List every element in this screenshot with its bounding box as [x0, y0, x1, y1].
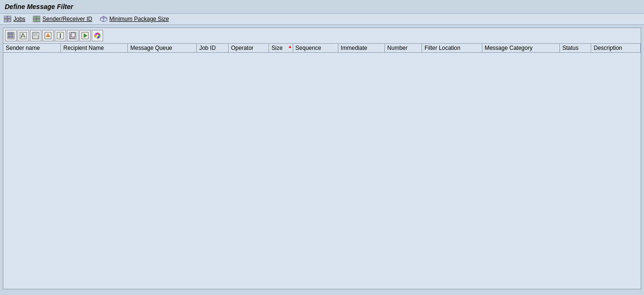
save-button[interactable] [30, 30, 41, 41]
col-message-category[interactable]: Message Category [482, 44, 559, 53]
color-button[interactable] [92, 30, 103, 41]
svg-rect-5 [8, 16, 10, 18]
toolbar [3, 28, 641, 44]
col-message-queue[interactable]: Message Queue [128, 44, 197, 53]
svg-rect-7 [8, 19, 10, 21]
svg-point-34 [60, 34, 61, 35]
col-size[interactable]: Size ▲ [269, 44, 293, 53]
col-status[interactable]: Status [560, 44, 591, 53]
color-icon [94, 32, 101, 39]
title-bar: Define Message Filter [0, 0, 644, 14]
table-container: Sender name Recipient Name Message Queue… [3, 44, 641, 289]
save-icon [32, 32, 39, 39]
svg-rect-14 [33, 19, 36, 21]
svg-rect-35 [60, 35, 61, 38]
col-number[interactable]: Number [384, 44, 422, 53]
edit-button[interactable] [18, 30, 29, 41]
svg-rect-15 [37, 19, 39, 21]
up-button[interactable] [42, 30, 54, 41]
svg-rect-13 [37, 16, 39, 18]
svg-rect-20 [8, 33, 10, 35]
filter-table: Sender name Recipient Name Message Queue… [3, 44, 641, 53]
svg-rect-29 [33, 32, 37, 35]
svg-rect-4 [4, 16, 7, 18]
svg-rect-12 [33, 16, 36, 18]
col-filter-location[interactable]: Filter Location [422, 44, 482, 53]
svg-rect-38 [71, 33, 75, 37]
col-immediate[interactable]: Immediate [338, 44, 384, 53]
execute-button[interactable] [79, 30, 91, 41]
new-button[interactable] [5, 30, 17, 41]
svg-rect-21 [11, 33, 13, 35]
jobs-icon [4, 16, 11, 22]
main-content: Sender name Recipient Name Message Queue… [0, 25, 644, 292]
sort-asc-icon: ▲ [288, 44, 292, 49]
menu-item-jobs[interactable]: Jobs [4, 16, 25, 22]
svg-rect-23 [11, 36, 13, 38]
play-icon [81, 32, 89, 39]
menu-item-sender-receiver[interactable]: Sender/Receiver ID [33, 16, 92, 22]
col-job-id[interactable]: Job ID [197, 44, 229, 53]
edit-icon [19, 32, 27, 39]
up-icon [44, 32, 52, 39]
table-header-row: Sender name Recipient Name Message Queue… [3, 44, 641, 53]
page-title: Define Message Filter [5, 3, 73, 10]
main-panel: Sender name Recipient Name Message Queue… [3, 28, 641, 289]
copy-icon [69, 32, 77, 39]
svg-rect-22 [8, 36, 10, 38]
new-icon [7, 32, 15, 39]
menu-bar: Jobs Sender/Receiver ID [0, 14, 644, 25]
svg-rect-30 [33, 36, 38, 38]
col-recipient-name[interactable]: Recipient Name [61, 44, 128, 53]
jobs-label: Jobs [13, 16, 25, 22]
copy-button[interactable] [67, 30, 78, 41]
col-sender-name[interactable]: Sender name [3, 44, 61, 53]
info-button[interactable] [55, 30, 66, 41]
col-sequence[interactable]: Sequence [293, 44, 338, 53]
svg-rect-6 [4, 19, 7, 21]
col-operator[interactable]: Operator [228, 44, 269, 53]
sender-receiver-label: Sender/Receiver ID [42, 16, 92, 22]
min-package-icon [100, 16, 107, 22]
sender-receiver-icon [33, 16, 40, 22]
info-icon [57, 32, 64, 39]
col-description[interactable]: Description [591, 44, 641, 53]
svg-point-42 [96, 35, 98, 37]
min-package-size-label: Minimum Package Size [109, 16, 169, 22]
menu-item-min-package-size[interactable]: Minimum Package Size [100, 16, 169, 22]
